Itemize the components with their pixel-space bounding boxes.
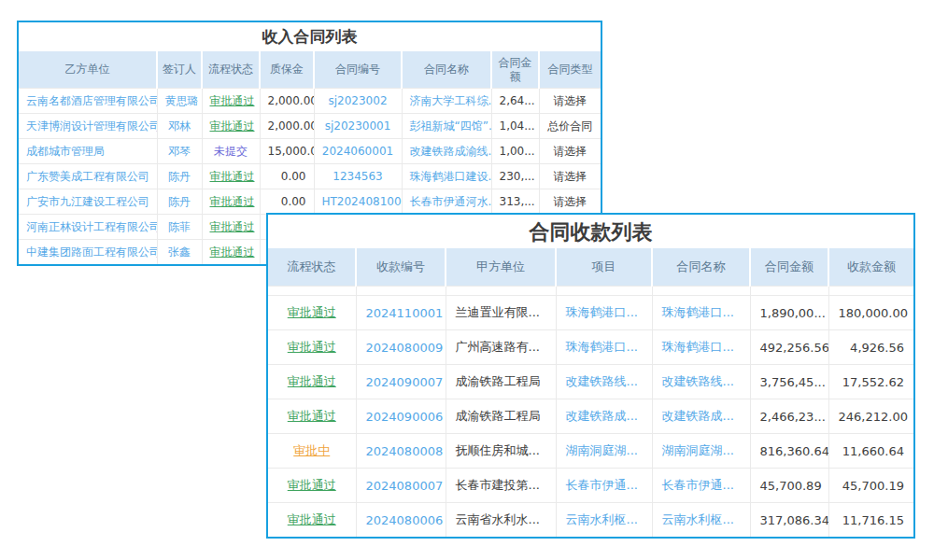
cell-contract-type[interactable]: 请选择	[539, 164, 601, 189]
cell-contract-amount: 45,700.89	[750, 469, 828, 503]
cell-party-b[interactable]: 天津博润设计管理有限公司	[19, 114, 157, 139]
header-contract-type: 合同类型	[539, 51, 601, 89]
cell-receipt-no[interactable]: 2024090006	[356, 399, 446, 434]
cell-retention-money: 2,000.00	[260, 89, 314, 114]
cell-contract-name[interactable]: 彭祖新城“四馆”...	[402, 114, 491, 139]
cell-contract-name[interactable]: 济南大学工科综...	[402, 89, 491, 114]
table-row: 广东赞美成工程有限公司陈丹审批通过0.001234563珠海鹤港口建设...23…	[19, 164, 601, 189]
cell-party-b[interactable]: 广安市九江建设工程公司	[19, 189, 157, 215]
cell-party-b[interactable]: 成都城市管理局	[19, 139, 157, 164]
cell-receipt-no[interactable]: 2024080008	[356, 434, 446, 469]
cell-contract-type[interactable]: 请选择	[539, 189, 601, 215]
cell-flow-status[interactable]: 审批通过	[268, 330, 356, 365]
cell-contract-type[interactable]: 请选择	[539, 89, 601, 114]
cell-contract-amount: 2,466,23...	[750, 399, 828, 434]
cell-flow-status[interactable]: 审批通过	[202, 215, 260, 240]
cell-flow-status[interactable]: 审批中	[268, 434, 356, 469]
cell-contract-no[interactable]: 1234563	[314, 164, 402, 189]
cell-contract-type[interactable]: 请选择	[539, 139, 601, 164]
cell-signer[interactable]: 邓琴	[157, 139, 202, 164]
cell-project[interactable]: 改建铁路线...	[556, 365, 652, 399]
cell-flow-status[interactable]: 审批通过	[202, 89, 260, 114]
cell-contract-amount: 317,086.34	[750, 503, 828, 538]
spacer-cell	[268, 287, 356, 296]
header-party-b: 乙方单位	[19, 51, 157, 89]
cell-contract-name[interactable]: 珠海鹤港口...	[652, 330, 750, 365]
cell-contract-no[interactable]: sj2023002	[314, 89, 402, 114]
cell-flow-status[interactable]: 审批通过	[268, 365, 356, 399]
cell-receipt-no[interactable]: 2024080009	[356, 330, 446, 365]
header-receipt-no: 收款编号	[356, 248, 446, 287]
cell-contract-type[interactable]: 总价合同	[539, 114, 601, 139]
table-row: 云南名都酒店管理有限公司黄思璐审批通过2,000.00sj2023002济南大学…	[19, 89, 601, 114]
cell-party-a: 云南省水利水...	[446, 503, 556, 538]
cell-contract-name[interactable]: 珠海鹤港口建设...	[402, 164, 491, 189]
header-contract-no: 合同编号	[314, 51, 402, 89]
cell-flow-status[interactable]: 审批通过	[268, 399, 356, 434]
cell-contract-name[interactable]: 湖南洞庭湖...	[652, 434, 750, 469]
cell-receipt-amount: 11,660.64	[828, 434, 913, 469]
cell-contract-name[interactable]: 长春市伊通河水...	[402, 189, 491, 215]
cell-party-b[interactable]: 河南正林设计工程有限公司	[19, 215, 157, 240]
spacer-cell	[750, 287, 828, 296]
header-flow-status: 流程状态	[268, 248, 356, 287]
cell-signer[interactable]: 黄思璐	[157, 89, 202, 114]
table-row: 审批通过2024090007成渝铁路工程局改建铁路线...改建铁路线...3,7…	[268, 365, 913, 399]
income-contract-list-title: 收入合同列表	[19, 22, 601, 51]
cell-party-b[interactable]: 云南名都酒店管理有限公司	[19, 89, 157, 114]
cell-party-b[interactable]: 广东赞美成工程有限公司	[19, 164, 157, 189]
cell-contract-amount: 3,756,45...	[750, 365, 828, 399]
table-row: 审批通过2024080006云南省水利水...云南水利枢...云南水利枢...3…	[268, 503, 913, 538]
table-row: 审批中2024080008抚顺住房和城...湖南洞庭湖...湖南洞庭湖...81…	[268, 434, 913, 469]
cell-project[interactable]: 湖南洞庭湖...	[556, 434, 652, 469]
cell-contract-amount: 816,360.64	[750, 434, 828, 469]
cell-project[interactable]: 长春市伊通...	[556, 469, 652, 503]
spacer-cell	[652, 287, 750, 296]
cell-contract-no[interactable]: HT2024081000...	[314, 189, 402, 215]
cell-contract-name[interactable]: 长春市伊通...	[652, 469, 750, 503]
cell-flow-status[interactable]: 审批通过	[268, 469, 356, 503]
cell-receipt-amount: 17,552.62	[828, 365, 913, 399]
cell-receipt-no[interactable]: 2024080006	[356, 503, 446, 538]
cell-project[interactable]: 云南水利枢...	[556, 503, 652, 538]
cell-flow-status[interactable]: 审批通过	[202, 114, 260, 139]
cell-signer[interactable]: 陈丹	[157, 189, 202, 215]
cell-contract-name[interactable]: 云南水利枢...	[652, 503, 750, 538]
cell-flow-status[interactable]: 审批通过	[202, 189, 260, 215]
cell-party-b[interactable]: 中建集团路面工程有限公司	[19, 240, 157, 265]
cell-signer[interactable]: 陈丹	[157, 164, 202, 189]
cell-receipt-no[interactable]: 2024110001	[356, 296, 446, 330]
cell-contract-name[interactable]: 改建铁路线...	[652, 365, 750, 399]
cell-receipt-no[interactable]: 2024080007	[356, 469, 446, 503]
cell-project[interactable]: 改建铁路成...	[556, 399, 652, 434]
cell-retention-money: 2,000.00	[260, 114, 314, 139]
cell-project[interactable]: 珠海鹤港口...	[556, 330, 652, 365]
table-row: 广安市九江建设工程公司陈丹审批通过0.00HT2024081000...长春市伊…	[19, 189, 601, 215]
cell-signer[interactable]: 张鑫	[157, 240, 202, 265]
cell-flow-status[interactable]: 审批通过	[268, 503, 356, 538]
header-retention-money: 质保金	[260, 51, 314, 89]
cell-contract-name[interactable]: 改建铁路成渝线...	[402, 139, 491, 164]
cell-contract-name[interactable]: 珠海鹤港口...	[652, 296, 750, 330]
table-row: 审批通过2024080009广州高速路有...珠海鹤港口...珠海鹤港口...4…	[268, 330, 913, 365]
cell-party-a: 成渝铁路工程局	[446, 365, 556, 399]
cell-contract-amount: 2,64...	[491, 89, 539, 114]
cell-flow-status[interactable]: 审批通过	[268, 296, 356, 330]
cell-receipt-amount: 180,000.00	[828, 296, 913, 330]
cell-signer[interactable]: 邓林	[157, 114, 202, 139]
cell-signer[interactable]: 陈菲	[157, 215, 202, 240]
spacer-cell	[446, 287, 556, 296]
header-contract-name: 合同名称	[402, 51, 491, 89]
header-signer: 签订人	[157, 51, 202, 89]
header-receipt-amount: 收款金额	[828, 248, 913, 287]
cell-flow-status[interactable]: 未提交	[202, 139, 260, 164]
cell-flow-status[interactable]: 审批通过	[202, 164, 260, 189]
header-party-a: 甲方单位	[446, 248, 556, 287]
cell-contract-no[interactable]: sj20230001	[314, 114, 402, 139]
cell-project[interactable]: 珠海鹤港口...	[556, 296, 652, 330]
cell-receipt-amount: 246,212.00	[828, 399, 913, 434]
cell-contract-name[interactable]: 改建铁路成...	[652, 399, 750, 434]
cell-flow-status[interactable]: 审批通过	[202, 240, 260, 265]
cell-contract-no[interactable]: 2024060001	[314, 139, 402, 164]
cell-receipt-no[interactable]: 2024090007	[356, 365, 446, 399]
